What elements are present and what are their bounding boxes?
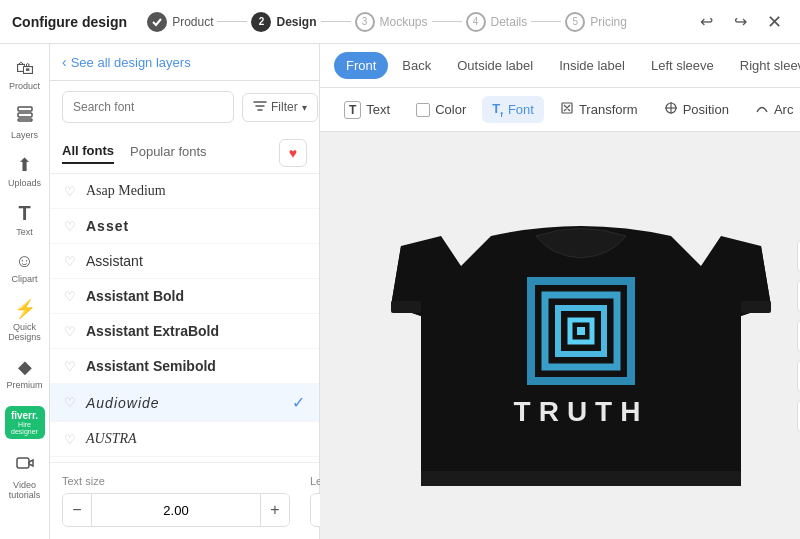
sidebar-item-uploads[interactable]: ⬆ Uploads xyxy=(3,148,47,194)
tab-outside-label[interactable]: Outside label xyxy=(445,52,545,79)
undo-button[interactable]: ↩ xyxy=(692,8,720,36)
font-item-assistant-extrabold[interactable]: ♡ Assistant ExtraBold xyxy=(50,314,319,349)
layers-icon xyxy=(16,105,34,128)
text-size-decrease[interactable]: − xyxy=(63,494,91,526)
back-label: See all design layers xyxy=(71,55,191,70)
step-product[interactable]: Product xyxy=(147,12,213,32)
sidebar-item-layers[interactable]: Layers xyxy=(3,99,47,146)
back-to-layers-link[interactable]: ‹ See all design layers xyxy=(62,54,307,70)
font-item-austra[interactable]: ♡ AUSTRA xyxy=(50,422,319,457)
tab-popular-fonts[interactable]: Popular fonts xyxy=(130,144,207,163)
fav-icon: ♡ xyxy=(64,289,76,304)
product-label: Product xyxy=(9,81,40,91)
tab-right-sleeve[interactable]: Right sleeve xyxy=(728,52,800,79)
font-name: Assistant Semibold xyxy=(86,358,305,374)
step-line-2 xyxy=(321,21,351,22)
toolbar-transform-label: Transform xyxy=(579,102,638,117)
steps-nav: Product 2 Design 3 Mockups 4 Details xyxy=(147,12,692,32)
step-pricing[interactable]: 5 Pricing xyxy=(565,12,627,32)
toolbar-text-label: Text xyxy=(366,102,390,117)
text-size-label: Text size xyxy=(62,475,290,487)
toolbar-font-label: Font xyxy=(508,102,534,117)
clipart-icon: ☺ xyxy=(15,251,33,272)
step-done-icon xyxy=(147,12,167,32)
text-label: Text xyxy=(16,227,33,237)
font-item-assistant-bold[interactable]: ♡ Assistant Bold xyxy=(50,279,319,314)
redo-button[interactable]: ↪ xyxy=(726,8,754,36)
fav-icon: ♡ xyxy=(64,395,76,410)
layers-label: Layers xyxy=(11,130,38,140)
svg-text:TRUTH: TRUTH xyxy=(513,396,648,427)
font-item-assistant-semibold[interactable]: ♡ Assistant Semibold xyxy=(50,349,319,384)
fav-icon: ♡ xyxy=(64,432,76,447)
premium-label: Premium xyxy=(7,380,43,390)
fiverr-logo: fiverr. xyxy=(9,410,41,421)
fav-icon: ♡ xyxy=(64,254,76,269)
step-line-1 xyxy=(217,21,247,22)
sidebar-item-premium[interactable]: ◆ Premium xyxy=(3,350,47,396)
font-item-assistant[interactable]: ♡ Assistant xyxy=(50,244,319,279)
quick-designs-icon: ⚡ xyxy=(14,298,36,320)
filter-chevron-icon: ▾ xyxy=(302,102,307,113)
step-details[interactable]: 4 Details xyxy=(466,12,528,32)
font-name: Asset xyxy=(86,218,305,234)
toolbar-color-btn[interactable]: Color xyxy=(406,97,476,122)
font-list: ♡ Asap Medium ♡ Asset ♡ Assistant ♡ Assi… xyxy=(50,174,319,462)
toolbar-font-btn[interactable]: Tf Font xyxy=(482,96,544,124)
transform-toolbar-icon xyxy=(560,101,574,118)
font-name: Assistant Bold xyxy=(86,288,305,304)
sidebar-item-clipart[interactable]: ☺ Clipart xyxy=(3,245,47,290)
tab-inside-label[interactable]: Inside label xyxy=(547,52,637,79)
favorites-button[interactable]: ♥ xyxy=(279,139,307,167)
font-name: Asap Medium xyxy=(86,183,305,199)
close-button[interactable]: ✕ xyxy=(760,8,788,36)
toolbar-transform-btn[interactable]: Transform xyxy=(550,96,648,123)
sidebar-item-quick-designs[interactable]: ⚡ Quick Designs xyxy=(3,292,47,348)
tab-back[interactable]: Back xyxy=(390,52,443,79)
font-item-asap-medium[interactable]: ♡ Asap Medium xyxy=(50,174,319,209)
position-toolbar-icon xyxy=(664,101,678,118)
step-design[interactable]: 2 Design xyxy=(251,12,316,32)
controls-row: Text size − + Letter spacing − + xyxy=(62,475,307,527)
design-toolbar: T Text Color Tf Font Transform xyxy=(320,88,800,132)
top-bar: Configure design Product 2 Design 3 Mock… xyxy=(0,0,800,44)
font-panel: ‹ See all design layers Filter ▾ All fon… xyxy=(50,44,320,539)
svg-rect-0 xyxy=(18,107,32,111)
premium-icon: ◆ xyxy=(18,356,32,378)
sidebar-item-product[interactable]: 🛍 Product xyxy=(3,52,47,97)
fav-icon: ♡ xyxy=(64,324,76,339)
step-design-circle: 2 xyxy=(251,12,271,32)
video-label: Video tutorials xyxy=(7,480,43,500)
toolbar-color-label: Color xyxy=(435,102,466,117)
font-name: AUSTRA xyxy=(86,431,305,447)
font-item-asset[interactable]: ♡ Asset xyxy=(50,209,319,244)
text-size-increase[interactable]: + xyxy=(261,494,289,526)
step-mockups-circle: 3 xyxy=(355,12,375,32)
fav-icon: ♡ xyxy=(64,219,76,234)
fiverr-hire-button[interactable]: fiverr. Hire designer xyxy=(5,406,45,439)
fiverr-hire-label: Hire designer xyxy=(9,421,41,435)
toolbar-arc-label: Arc xyxy=(774,102,794,117)
step-mockups[interactable]: 3 Mockups xyxy=(355,12,428,32)
toolbar-text-btn[interactable]: T Text xyxy=(334,96,400,124)
font-item-audiowide[interactable]: ♡ Audiowide ✓ xyxy=(50,384,319,422)
toolbar-arc-btn[interactable]: Arc xyxy=(745,96,800,123)
toolbar-position-btn[interactable]: Position xyxy=(654,96,739,123)
font-name: Audiowide xyxy=(86,395,292,411)
sidebar-item-video[interactable]: Video tutorials xyxy=(3,449,47,506)
sidebar-item-text[interactable]: T Text xyxy=(3,196,47,243)
svg-rect-14 xyxy=(577,327,585,335)
search-font-input[interactable] xyxy=(62,91,234,123)
filter-button[interactable]: Filter ▾ xyxy=(242,93,318,122)
text-size-value[interactable] xyxy=(91,494,261,526)
search-row: Filter ▾ xyxy=(50,81,319,133)
tab-all-fonts[interactable]: All fonts xyxy=(62,143,114,164)
fav-icon: ♡ xyxy=(64,359,76,374)
tab-front[interactable]: Front xyxy=(334,52,388,79)
back-arrow-icon: ‹ xyxy=(62,54,67,70)
step-pricing-circle: 5 xyxy=(565,12,585,32)
tab-left-sleeve[interactable]: Left sleeve xyxy=(639,52,726,79)
canvas-area: TRUTH xyxy=(320,132,800,539)
uploads-icon: ⬆ xyxy=(17,154,32,176)
quick-designs-label: Quick Designs xyxy=(7,322,43,342)
